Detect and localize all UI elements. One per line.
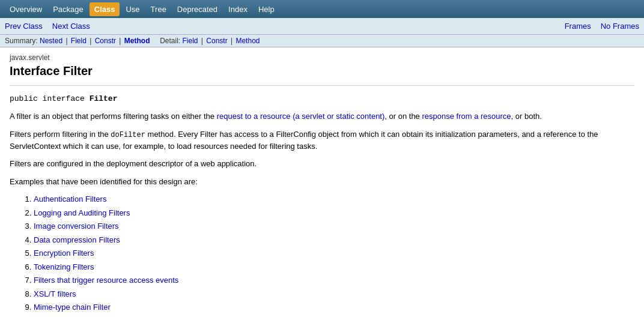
nav-item-package[interactable]: Package [48,2,88,16]
top-nav-bar: OverviewPackageClassUseTreeDeprecatedInd… [0,0,644,18]
filter-list-item[interactable]: Encryption Filters [34,249,94,258]
second-nav-bar: Prev Class Next Class Frames No Frames [0,18,644,35]
interface-title: Interface Filter [10,64,634,78]
frames-link[interactable]: Frames [565,22,591,31]
detail-constr-link[interactable]: Constr [206,37,227,45]
filter-list: Authentication FiltersLogging and Auditi… [34,193,634,313]
filter-list-item[interactable]: Logging and Auditing Filters [34,208,130,217]
filter-list-item[interactable]: Image conversion Filters [34,222,119,231]
nav-item-class[interactable]: Class [90,2,120,16]
next-class-link[interactable]: Next Class [52,22,90,31]
nav-item-tree[interactable]: Tree [146,2,171,16]
filter-list-item[interactable]: Filters that trigger resource access eve… [34,276,178,285]
filter-list-item[interactable]: Data compression Filters [34,235,120,244]
summary-nested-link[interactable]: Nested [40,37,62,45]
filter-list-item[interactable]: XSL/T filters [34,289,76,298]
description-1: A filter is an object that performs filt… [10,110,634,122]
nav-item-use[interactable]: Use [121,2,144,16]
main-content: javax.servlet Interface Filter public in… [0,47,644,320]
filter-list-item[interactable]: Mime-type chain Filter [34,303,111,312]
prev-class-link[interactable]: Prev Class [5,22,43,31]
summary-field-link[interactable]: Field [71,37,87,45]
detail-field-link[interactable]: Field [183,37,198,45]
description-4: Examples that have been identified for t… [10,176,634,188]
title-divider [10,85,634,86]
detail-label: Detail: [160,37,180,45]
description-3: Filters are configured in the deployment… [10,158,634,170]
description-2: Filters perform filtering in the doFilte… [10,128,634,152]
no-frames-link[interactable]: No Frames [601,22,639,31]
detail-method-link[interactable]: Method [235,37,260,45]
package-name: javax.servlet [10,53,634,62]
nav-item-help[interactable]: Help [254,2,279,16]
nav-item-deprecated[interactable]: Deprecated [172,2,222,16]
request-link[interactable]: request to a resource (a servlet or stat… [217,112,385,121]
summary-bar: Summary: Nested | Field | Constr | Metho… [0,35,644,47]
filter-list-item[interactable]: Authentication Filters [34,195,106,204]
summary-label: Summary: [5,37,38,45]
summary-constr-link[interactable]: Constr [95,37,116,45]
nav-item-overview[interactable]: Overview [5,2,47,16]
nav-item-index[interactable]: Index [223,2,252,16]
filter-list-item[interactable]: Tokenizing Filters [34,262,94,271]
response-link[interactable]: response from a resource [422,112,511,121]
code-signature: public interface Filter [10,94,634,103]
summary-method-link[interactable]: Method [124,37,150,45]
